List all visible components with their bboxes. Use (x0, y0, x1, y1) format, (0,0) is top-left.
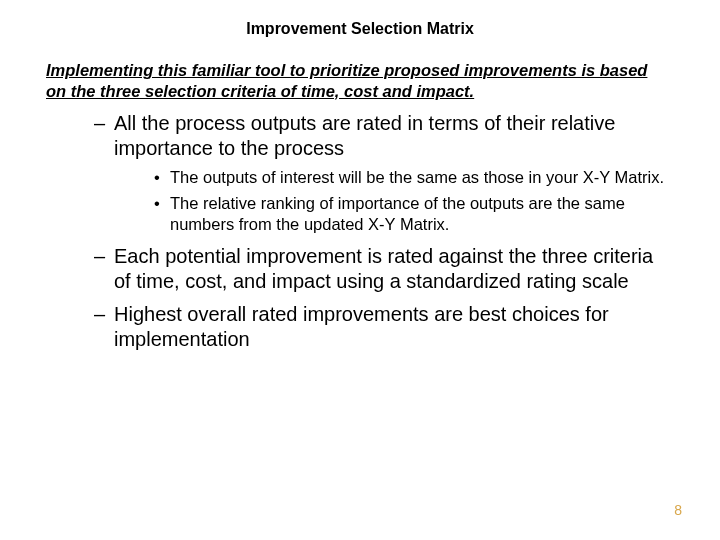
bullet-text: The outputs of interest will be the same… (170, 168, 664, 186)
sub-bullet-list: The outputs of interest will be the same… (114, 167, 670, 235)
list-item: Each potential improvement is rated agai… (94, 244, 670, 294)
list-item: The outputs of interest will be the same… (154, 167, 670, 188)
page-number: 8 (674, 502, 682, 518)
intro-text: Implementing this familiar tool to prior… (40, 60, 680, 101)
list-item: Highest overall rated improvements are b… (94, 302, 670, 352)
slide-title: Improvement Selection Matrix (40, 20, 680, 38)
list-item: All the process outputs are rated in ter… (94, 111, 670, 235)
bullet-text: Each potential improvement is rated agai… (114, 245, 653, 292)
bullet-text: The relative ranking of importance of th… (170, 194, 625, 233)
bullet-text: All the process outputs are rated in ter… (114, 112, 615, 159)
bullet-list: All the process outputs are rated in ter… (40, 111, 680, 351)
slide: Improvement Selection Matrix Implementin… (0, 0, 720, 540)
list-item: The relative ranking of importance of th… (154, 193, 670, 236)
bullet-text: Highest overall rated improvements are b… (114, 303, 609, 350)
